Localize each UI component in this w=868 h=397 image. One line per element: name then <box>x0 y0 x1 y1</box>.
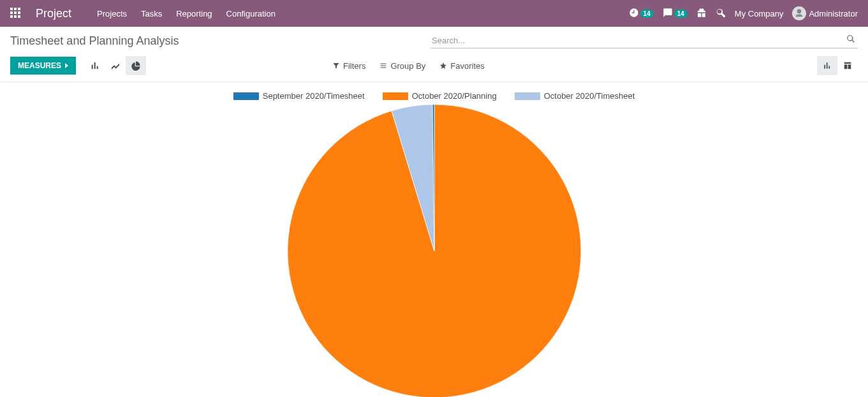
groupby-label: Group By <box>390 61 425 71</box>
avatar-icon <box>792 6 806 20</box>
messages-button[interactable]: 14 <box>663 8 688 20</box>
chart-type-switcher <box>85 56 146 75</box>
legend-item-1[interactable]: October 2020/Planning <box>383 91 497 101</box>
line-chart-button[interactable] <box>105 56 126 75</box>
funnel-icon <box>332 62 340 69</box>
gift-icon[interactable] <box>696 8 707 20</box>
legend-item-2[interactable]: October 2020/Timesheet <box>515 91 635 101</box>
menu-tasks[interactable]: Tasks <box>141 9 162 18</box>
apps-icon[interactable] <box>10 8 22 19</box>
legend-label-0: September 2020/Timesheet <box>263 91 365 101</box>
search-input[interactable] <box>430 33 858 48</box>
chart-area: September 2020/Timesheet October 2020/Pl… <box>0 82 868 397</box>
app-brand[interactable]: Project <box>36 7 71 20</box>
search-options: Filters Group By Favorites <box>332 61 485 71</box>
systray: 14 14 My Company Administrator <box>629 6 858 20</box>
page-title: Timesheet and Planning Analysis <box>10 34 179 48</box>
list-icon <box>379 62 387 69</box>
graph-view-button[interactable] <box>817 56 837 75</box>
menu-reporting[interactable]: Reporting <box>176 9 212 18</box>
search-icon[interactable] <box>846 34 855 46</box>
legend-swatch-2 <box>515 92 540 100</box>
favorites-button[interactable]: Favorites <box>439 61 484 71</box>
user-name: Administrator <box>809 9 858 18</box>
pivot-view-button[interactable] <box>837 56 858 75</box>
caret-right-icon <box>65 63 68 68</box>
view-switcher <box>817 56 858 75</box>
legend-swatch-1 <box>383 92 408 100</box>
activities-count: 14 <box>640 10 654 18</box>
groupby-button[interactable]: Group By <box>379 61 425 71</box>
control-panel: Timesheet and Planning Analysis MEASURES… <box>0 27 868 82</box>
measures-button[interactable]: MEASURES <box>10 57 76 75</box>
bar-chart-button[interactable] <box>85 56 105 75</box>
top-navbar: Project Projects Tasks Reporting Configu… <box>0 0 868 27</box>
company-name[interactable]: My Company <box>735 9 784 18</box>
pie-chart <box>288 105 581 397</box>
measures-label: MEASURES <box>18 61 61 70</box>
user-menu[interactable]: Administrator <box>792 6 858 20</box>
legend-swatch-0 <box>233 92 259 100</box>
menu-configuration[interactable]: Configuration <box>226 9 276 18</box>
filters-label: Filters <box>343 61 365 71</box>
filters-button[interactable]: Filters <box>332 61 365 71</box>
clock-icon <box>629 8 639 20</box>
messages-count: 14 <box>674 10 688 18</box>
menu-projects[interactable]: Projects <box>97 9 127 18</box>
legend-item-0[interactable]: September 2020/Timesheet <box>233 91 365 101</box>
legend-label-1: October 2020/Planning <box>412 91 497 101</box>
main-menu: Projects Tasks Reporting Configuration <box>97 9 276 18</box>
tools-icon[interactable] <box>716 8 726 20</box>
chart-legend: September 2020/Timesheet October 2020/Pl… <box>233 91 635 101</box>
legend-label-2: October 2020/Timesheet <box>544 91 635 101</box>
activities-button[interactable]: 14 <box>629 8 654 20</box>
star-icon <box>439 62 447 69</box>
search-area <box>430 33 858 48</box>
chat-icon <box>663 8 673 20</box>
favorites-label: Favorites <box>450 61 484 71</box>
pie-chart-button[interactable] <box>126 56 146 75</box>
